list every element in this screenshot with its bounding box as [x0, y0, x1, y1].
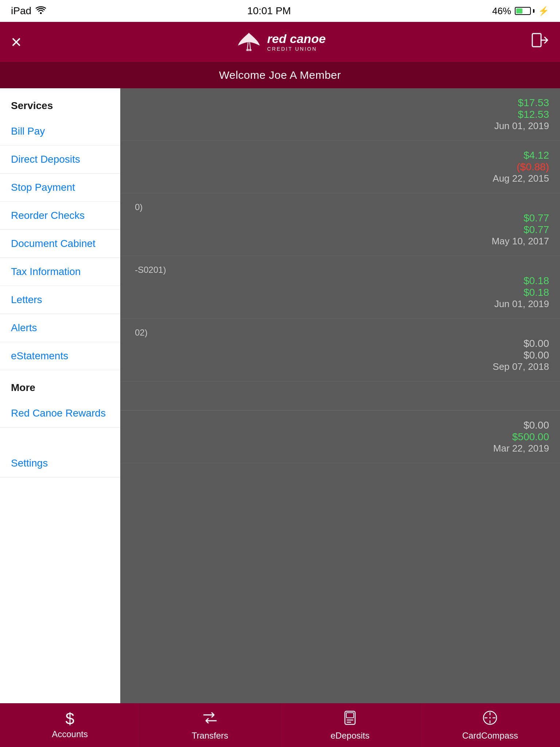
status-right: 46% ⚡: [492, 5, 549, 17]
amount-1-2: $12.53: [131, 109, 549, 120]
transfers-icon: [201, 710, 219, 728]
app-header: × red canoe CREDIT UNION: [0, 22, 560, 62]
edeposits-label: eDeposits: [331, 731, 370, 741]
sidebar-item-tax-information[interactable]: Tax Information: [0, 258, 120, 286]
date-2: Aug 22, 2015: [131, 173, 549, 184]
edeposits-icon: [342, 710, 358, 728]
label-3: 0): [131, 202, 549, 212]
date-1: Jun 01, 2019: [131, 120, 549, 132]
cardcompass-icon: [482, 710, 498, 728]
date-3: May 10, 2017: [131, 236, 549, 247]
sidebar-item-reorder-checks[interactable]: Reorder Checks: [0, 202, 120, 230]
amount-5-2: $0.00: [131, 349, 549, 361]
charging-icon: ⚡: [538, 6, 549, 16]
cardcompass-label: CardCompass: [462, 731, 518, 741]
device-label: iPad: [11, 5, 31, 17]
amount-5-1: $0.00: [131, 338, 549, 349]
account-row-3: 0) $0.77 $0.77 May 10, 2017: [120, 193, 560, 256]
status-left: iPad: [11, 5, 46, 17]
direct-deposits-label: Direct Deposits: [11, 154, 80, 165]
content-area: $17.53 $12.53 Jun 01, 2019 $4.12 ($0.88)…: [120, 88, 560, 703]
services-header: Services: [0, 88, 120, 117]
amount-1-1: $17.53: [131, 97, 549, 109]
letters-label: Letters: [11, 294, 42, 305]
account-row-6: $0.00 $500.00 Mar 22, 2019: [120, 411, 560, 463]
sidebar: Services Bill Pay Direct Deposits Stop P…: [0, 88, 120, 703]
app-logo: red canoe CREDIT UNION: [234, 31, 326, 53]
account-row-1: $17.53 $12.53 Jun 01, 2019: [120, 88, 560, 141]
reorder-checks-label: Reorder Checks: [11, 210, 85, 221]
welcome-text: Welcome Joe A Member: [219, 69, 341, 81]
svg-point-1: [246, 49, 252, 51]
accounts-icon: $: [65, 711, 74, 727]
tax-information-label: Tax Information: [11, 266, 81, 277]
transfers-label: Transfers: [192, 731, 228, 741]
logo-name: red canoe: [267, 32, 326, 46]
nav-transfers[interactable]: Transfers: [140, 703, 280, 747]
svg-rect-4: [346, 713, 354, 718]
red-canoe-rewards-label: Red Canoe Rewards: [11, 407, 106, 419]
wifi-icon: [36, 5, 46, 17]
logo-svg: [234, 31, 264, 53]
battery-percent: 46%: [492, 5, 511, 17]
battery-icon: [515, 7, 534, 15]
sidebar-item-red-canoe-rewards[interactable]: Red Canoe Rewards: [0, 399, 120, 427]
sidebar-item-direct-deposits[interactable]: Direct Deposits: [0, 146, 120, 174]
sidebar-item-settings[interactable]: Settings: [0, 449, 120, 477]
date-4: Jun 01, 2019: [131, 298, 549, 310]
bottom-navigation: $ Accounts Transfers eDeposits: [0, 703, 560, 747]
svg-rect-2: [532, 34, 541, 47]
label-5: 02): [131, 328, 549, 338]
nav-accounts[interactable]: $ Accounts: [0, 703, 140, 747]
accounts-label: Accounts: [52, 729, 88, 739]
amount-6-1: $0.00: [131, 419, 549, 431]
account-row-2: $4.12 ($0.88) Aug 22, 2015: [120, 141, 560, 193]
logout-button[interactable]: [531, 32, 549, 52]
time-display: 10:01 PM: [247, 5, 291, 17]
sidebar-item-stop-payment[interactable]: Stop Payment: [0, 174, 120, 202]
svg-point-8: [489, 717, 491, 719]
amount-4-2: $0.18: [131, 287, 549, 298]
nav-cardcompass[interactable]: CardCompass: [420, 703, 560, 747]
status-bar: iPad 10:01 PM 46% ⚡: [0, 0, 560, 22]
date-6: Mar 22, 2019: [131, 443, 549, 454]
account-row-5: 02) $0.00 $0.00 Sep 07, 2018: [120, 319, 560, 382]
alerts-label: Alerts: [11, 322, 37, 333]
amount-2-2: ($0.88): [131, 161, 549, 173]
settings-label: Settings: [11, 457, 48, 469]
amount-3-1: $0.77: [131, 212, 549, 224]
label-4: -S0201): [131, 265, 549, 275]
sidebar-item-bill-pay[interactable]: Bill Pay: [0, 117, 120, 146]
stop-payment-label: Stop Payment: [11, 182, 75, 193]
main-layout: Services Bill Pay Direct Deposits Stop P…: [0, 88, 560, 703]
welcome-banner: Welcome Joe A Member: [0, 62, 560, 88]
sidebar-item-letters[interactable]: Letters: [0, 286, 120, 314]
document-cabinet-label: Document Cabinet: [11, 238, 96, 249]
amount-2-1: $4.12: [131, 150, 549, 161]
logo-subtitle: CREDIT UNION: [267, 46, 326, 52]
sidebar-item-alerts[interactable]: Alerts: [0, 314, 120, 342]
account-row-4: -S0201) $0.18 $0.18 Jun 01, 2019: [120, 256, 560, 319]
amount-6-2: $500.00: [131, 431, 549, 443]
more-header: More: [0, 370, 120, 399]
bill-pay-label: Bill Pay: [11, 125, 45, 137]
sidebar-item-estatements[interactable]: eStatements: [0, 342, 120, 370]
amount-3-2: $0.77: [131, 224, 549, 236]
date-5: Sep 07, 2018: [131, 361, 549, 372]
amount-4-1: $0.18: [131, 275, 549, 287]
sidebar-item-document-cabinet[interactable]: Document Cabinet: [0, 230, 120, 258]
close-button[interactable]: ×: [11, 33, 22, 51]
svg-point-0: [40, 12, 42, 14]
estatements-label: eStatements: [11, 350, 68, 361]
nav-edeposits[interactable]: eDeposits: [280, 703, 420, 747]
